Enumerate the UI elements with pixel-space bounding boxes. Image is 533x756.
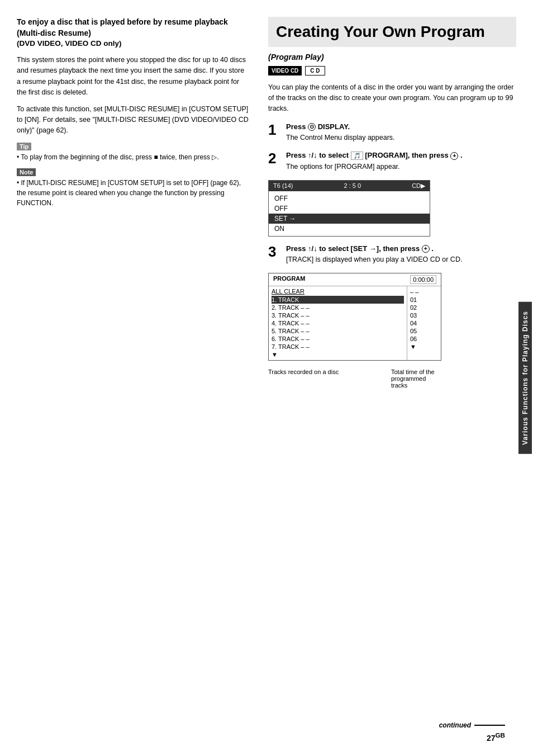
format-badges: VIDEO CD C D — [268, 66, 516, 75]
cm-item-1: OFF — [269, 204, 430, 214]
control-menu-box: T 6 (14) 2 : 5 0 CD ▶ OFF OFF SET → ON — [268, 180, 430, 237]
program-box: PROGRAM 0:00:00 ALL CLEAR 1. TRACK 2. TR… — [268, 273, 441, 361]
control-menu-disc: CD — [412, 182, 421, 189]
control-menu-top-bar: T 6 (14) 2 : 5 0 CD ▶ — [269, 181, 430, 191]
step-3-desc: [TRACK] is displayed when you play a VID… — [286, 254, 516, 265]
step-2: 2 Press ↑/↓ to select 🎵 [PROGRAM], then … — [268, 151, 516, 172]
program-captions: Tracks recorded on a disc Total time of … — [268, 368, 441, 389]
track-item-1: 1. TRACK — [272, 296, 404, 304]
continued-line — [474, 725, 505, 726]
cm-item-0: OFF — [269, 193, 430, 204]
control-menu-items: OFF OFF SET → ON — [269, 191, 430, 236]
page-number: 27GB — [487, 731, 505, 743]
prog-num-01: 01 — [410, 296, 438, 304]
prog-num-05: 05 — [410, 327, 438, 335]
cd-badge: C D — [305, 66, 325, 75]
step-1-title: Press ⊙ DISPLAY. — [286, 122, 516, 131]
left-heading-text: To enjoy a disc that is played before by… — [17, 17, 249, 39]
enter-button-icon: + — [450, 152, 458, 160]
program-tracks-list: ALL CLEAR 1. TRACK 2. TRACK – – 3. TRACK… — [269, 286, 407, 360]
tip-text: • To play from the beginning of the disc… — [17, 152, 249, 162]
all-clear-label: ALL CLEAR — [272, 288, 404, 295]
prog-num-06: 06 — [410, 335, 438, 343]
track-more-arrow: ▼ — [272, 351, 404, 358]
track-item-4: 4. TRACK – – — [272, 319, 404, 327]
program-label: PROGRAM — [273, 275, 305, 284]
prog-num-04: 04 — [410, 319, 438, 327]
tip-label: Tip — [17, 143, 31, 150]
continued-text: continued — [439, 721, 471, 729]
left-body1: This system stores the point where you s… — [17, 55, 249, 98]
track-item-6: 6. TRACK – – — [272, 335, 404, 343]
program-numbers-list: – – 01 02 03 04 05 06 ▼ — [407, 286, 441, 360]
step-1-desc: The Control Menu display appears. — [286, 133, 516, 143]
step-1-content: Press ⊙ DISPLAY. The Control Menu displa… — [286, 122, 516, 143]
step-2-title: Press ↑/↓ to select 🎵 [PROGRAM], then pr… — [286, 151, 516, 160]
prog-num-03: 03 — [410, 311, 438, 319]
note-text: • If [MULTI-DISC RESUME] in [CUSTOM SETU… — [17, 178, 249, 208]
caption-tracks: Tracks recorded on a disc — [268, 368, 391, 389]
right-column: Creating Your Own Program (Program Play)… — [263, 17, 516, 739]
left-body2: To activate this function, set [MULTI-DI… — [17, 104, 249, 136]
control-menu-track-label: T — [273, 182, 277, 189]
program-time: 0:00:00 — [410, 275, 436, 284]
tip-box: Tip • To play from the beginning of the … — [17, 142, 249, 162]
sidebar-vertical: Various Functions for Playing Discs — [517, 0, 533, 756]
step-2-number: 2 — [268, 151, 280, 172]
continued-label: continued — [439, 721, 505, 729]
note-box: Note • If [MULTI-DISC RESUME] in [CUSTOM… — [17, 168, 249, 208]
step-1: 1 Press ⊙ DISPLAY. The Control Menu disp… — [268, 122, 516, 143]
program-content: ALL CLEAR 1. TRACK 2. TRACK – – 3. TRACK… — [269, 286, 441, 360]
control-menu-track-num: 6 (14) — [277, 182, 293, 189]
control-menu-time-val: 2 : 5 0 — [344, 182, 361, 189]
step-1-number: 1 — [268, 122, 280, 143]
left-subheading: (DVD VIDEO, VIDEO CD only) — [17, 39, 249, 49]
right-heading-box: Creating Your Own Program — [268, 17, 516, 47]
program-play-label: (Program Play) — [268, 53, 516, 62]
videocd-badge: VIDEO CD — [268, 66, 302, 75]
display-button-icon: ⊙ — [308, 123, 316, 131]
track-item-5: 5. TRACK – – — [272, 327, 404, 335]
sidebar-label: Various Functions for Playing Discs — [518, 302, 532, 454]
left-heading: To enjoy a disc that is played before by… — [17, 17, 249, 49]
track-item-3: 3. TRACK – – — [272, 311, 404, 319]
footer-area: continued 27GB — [439, 721, 505, 743]
step-2-content: Press ↑/↓ to select 🎵 [PROGRAM], then pr… — [286, 151, 516, 172]
prog-num-02: 02 — [410, 304, 438, 311]
track-item-7: 7. TRACK – – — [272, 343, 404, 351]
note-label: Note — [17, 168, 36, 176]
cm-item-2: SET → — [269, 214, 430, 224]
page: To enjoy a disc that is played before by… — [0, 0, 533, 756]
prog-num-more: ▼ — [410, 343, 438, 351]
track-item-2: 2. TRACK – – — [272, 304, 404, 311]
control-menu-nav-arrow: ▶ — [421, 182, 425, 190]
left-column: To enjoy a disc that is played before by… — [17, 17, 263, 739]
page-num-text: 27 — [487, 734, 496, 743]
enter-button-2-icon: + — [422, 245, 430, 253]
step-3: 3 Press ↑/↓ to select [SET →], then pres… — [268, 244, 516, 265]
page-suffix: GB — [496, 731, 505, 739]
caption-time: Total time of the programmed tracks — [391, 368, 441, 389]
step-3-content: Press ↑/↓ to select [SET →], then press … — [286, 244, 516, 265]
right-intro: You can play the contents of a disc in t… — [268, 82, 516, 115]
cm-item-3: ON — [269, 224, 430, 234]
step-3-title: Press ↑/↓ to select [SET →], then press … — [286, 244, 516, 253]
right-heading-title: Creating Your Own Program — [276, 22, 508, 41]
step-3-number: 3 — [268, 244, 280, 265]
program-icon: 🎵 — [351, 152, 363, 160]
program-box-header: PROGRAM 0:00:00 — [269, 273, 441, 286]
step-2-desc: The options for [PROGRAM] appear. — [286, 162, 516, 172]
prog-num-dash: – – — [410, 288, 438, 296]
